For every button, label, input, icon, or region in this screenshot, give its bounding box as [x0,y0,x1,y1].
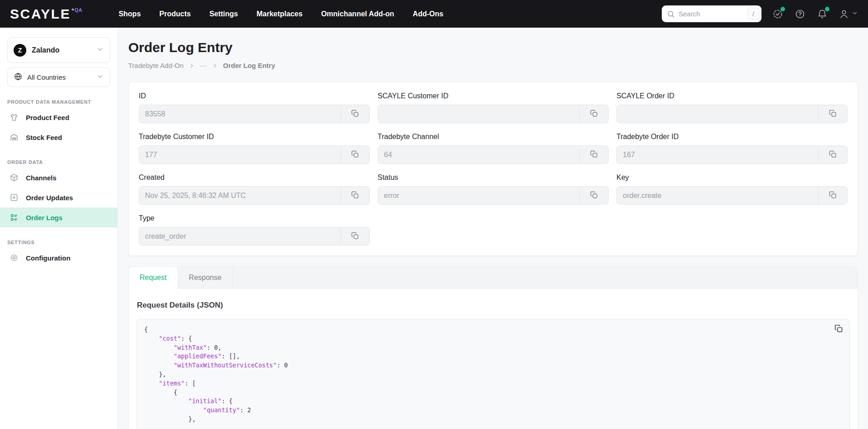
nav-item-settings[interactable]: Settings [209,10,238,18]
order-logs-icon [10,213,19,222]
field-scayle-customer-id: SCAYLE Customer ID [378,92,609,123]
breadcrumb-item-1[interactable]: ··· [200,62,207,69]
tab-request[interactable]: Request [129,267,178,289]
navbar-right: Search / [662,5,858,22]
field-input-id[interactable]: 83558 [139,105,370,123]
warehouse-icon [10,133,19,142]
sidebar-item-label: Stock Feed [26,134,62,141]
top-navbar: SCAYLE ° QA ShopsProductsSettingsMarketp… [0,0,868,28]
account-menu-button[interactable] [839,8,858,20]
notifications-button[interactable] [816,8,828,20]
code-line: "items": [ [144,379,842,388]
sidebar-item-configuration[interactable]: Configuration [0,248,117,268]
primary-nav: ShopsProductsSettingsMarketplacesOmnicha… [119,10,443,18]
field-id: ID83558 [139,92,370,123]
field-value: create_order [139,227,340,245]
status-notification-dot [781,7,785,11]
fields-grid: ID83558SCAYLE Customer IDSCAYLE Order ID… [139,92,848,246]
nav-item-products[interactable]: Products [160,10,191,18]
code-line: "quantity": 2 [144,406,842,415]
field-input-scayle-order-id[interactable] [616,105,848,123]
main-content: Order Log Entry Tradebyte Add-On···Order… [118,28,868,429]
shop-avatar: Z [14,44,26,57]
field-status: Statuserror [378,174,609,205]
field-input-tradebyte-customer-id[interactable]: 177 [139,145,370,164]
copy-button-id[interactable] [340,105,369,123]
logo-text: SCAYLE [10,6,71,22]
field-label: Tradebyte Channel [378,133,609,141]
sidebar-item-label: Order Updates [26,194,73,202]
breadcrumb: Tradebyte Add-On···Order Log Entry [128,62,858,69]
help-icon [795,9,805,19]
chevron-down-icon [97,73,104,82]
breadcrumb-item-0[interactable]: Tradebyte Add-On [128,62,184,69]
breadcrumb-item-2[interactable]: Order Log Entry [223,62,275,69]
status-check-button[interactable] [772,8,784,20]
qa-environment-badge: QA [74,7,82,13]
sidebar: Z Zalando All Countries PRODUCT DATA MAN… [0,28,118,429]
sidebar-item-channels[interactable]: Channels [0,168,117,188]
field-label: Tradebyte Order ID [616,133,848,141]
field-input-created[interactable]: Nov 25, 2025, 8:46:32 AM UTC [139,186,370,205]
field-created: CreatedNov 25, 2025, 8:46:32 AM UTC [139,174,370,205]
field-input-tradebyte-order-id[interactable]: 167 [616,145,848,164]
field-key: Keyorder.create [616,174,848,205]
log-card: RequestResponse Request Details (JSON) {… [128,266,858,429]
code-line: }, [144,370,842,379]
copy-icon [834,324,844,333]
copy-button-key[interactable] [818,187,847,204]
field-input-type[interactable]: create_order [139,227,370,246]
section-label-order-data: ORDER DATA [7,159,110,165]
search-input[interactable]: Search / [662,5,761,22]
copy-button-scayle-order-id[interactable] [818,105,847,123]
field-label: Tradebyte Customer ID [139,133,370,141]
log-tabs: RequestResponse [129,267,858,289]
notifications-dot [825,7,829,11]
copy-icon [351,150,359,160]
section-label-settings: SETTINGS [7,240,110,245]
field-value: order.create [617,187,818,204]
scayle-logo[interactable]: SCAYLE ° QA [10,6,82,22]
field-type: Typecreate_order [139,214,370,246]
copy-json-button[interactable] [834,324,844,335]
shop-name: Zalando [32,46,91,54]
copy-icon [351,231,359,241]
nav-item-shops[interactable]: Shops [119,10,141,18]
copy-button-status[interactable] [579,187,608,204]
logo-degree-mark: ° [72,7,74,14]
field-value [617,105,818,123]
copy-button-type[interactable] [340,227,369,245]
search-shortcut-key: / [747,8,759,20]
nav-item-marketplaces[interactable]: Marketplaces [257,10,302,18]
nav-item-omnichannel-add-on[interactable]: Omnichannel Add-on [321,10,394,18]
code-line: "appliedFees": [], [144,352,842,361]
copy-button-tradebyte-customer-id[interactable] [340,146,369,164]
field-input-key[interactable]: order.create [616,186,848,205]
copy-button-tradebyte-order-id[interactable] [818,146,847,164]
chevron-down-icon [97,46,104,55]
user-icon [839,9,849,19]
field-label: ID [139,92,370,100]
shirt-icon [10,113,19,122]
nav-item-add-ons[interactable]: Add-Ons [413,10,444,18]
copy-button-scayle-customer-id[interactable] [579,105,608,123]
code-line: "initial": { [144,397,842,406]
help-button[interactable] [794,8,806,20]
gear-icon [10,253,19,262]
field-tradebyte-channel: Tradebyte Channel64 [378,133,609,164]
sidebar-item-stock-feed[interactable]: Stock Feed [0,127,117,147]
sidebar-item-order-updates[interactable]: Order Updates [0,188,117,207]
tab-response[interactable]: Response [178,267,233,289]
sidebar-item-label: Order Logs [26,214,63,222]
shop-selector[interactable]: Z Zalando [7,37,110,63]
sidebar-item-order-logs[interactable]: Order Logs [0,207,117,227]
country-selector[interactable]: All Countries [7,67,110,87]
code-line: { [144,325,842,334]
copy-button-tradebyte-channel[interactable] [579,146,608,164]
field-value: Nov 25, 2025, 8:46:32 AM UTC [139,187,340,204]
copy-button-created[interactable] [340,187,369,204]
field-input-scayle-customer-id[interactable] [378,105,609,123]
field-input-status[interactable]: error [378,186,609,205]
field-input-tradebyte-channel[interactable]: 64 [378,145,609,164]
sidebar-item-product-feed[interactable]: Product Feed [0,107,117,127]
